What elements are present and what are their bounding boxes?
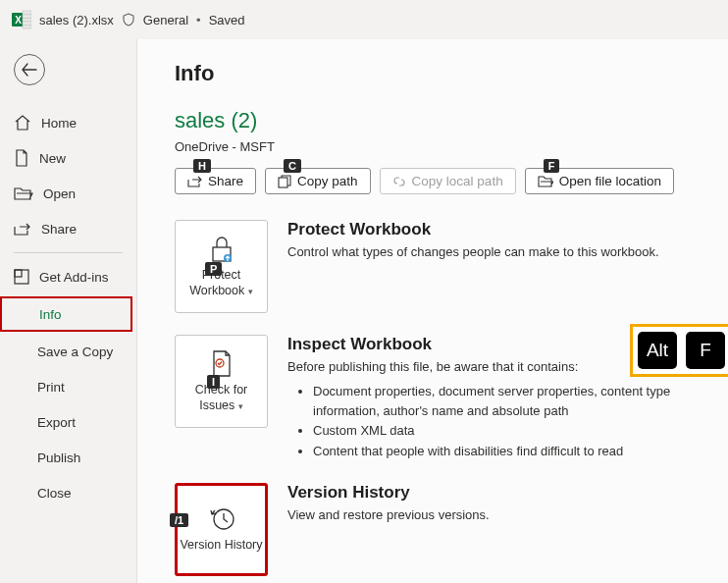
nav-new[interactable]: New — [0, 140, 136, 176]
keytip: F — [544, 159, 560, 173]
keytip: /1 — [170, 513, 188, 527]
nav-home[interactable]: Home — [0, 105, 136, 140]
copy-local-path-button: Copy local path — [380, 168, 516, 194]
version-history-button[interactable]: /1 Version History — [175, 483, 268, 576]
shield-icon — [122, 13, 135, 26]
inspect-item: Document properties, document server pro… — [313, 382, 718, 421]
nav-label: Publish — [37, 450, 80, 465]
inspect-item: Custom XML data — [313, 421, 718, 441]
nav-share[interactable]: Share — [0, 211, 136, 246]
nav-addins[interactable]: Get Add-ins — [0, 259, 136, 294]
btn-label: Share — [208, 174, 243, 188]
share-button[interactable]: H Share — [175, 168, 256, 194]
svg-rect-9 — [279, 178, 287, 187]
btn-label: Copy local path — [412, 174, 503, 188]
key-alt: Alt — [638, 332, 677, 369]
nav-label: Export — [37, 415, 76, 430]
protect-desc: Control what types of changes people can… — [287, 243, 718, 261]
keytip: C — [284, 159, 301, 173]
nav-print[interactable]: Print — [0, 369, 136, 404]
chevron-down-icon: ▾ — [248, 287, 253, 296]
nav-label: Share — [41, 222, 77, 237]
btn-label: Version History — [180, 538, 262, 554]
key-f: F — [686, 332, 725, 369]
protect-workbook-button[interactable]: P Protect Workbook ▾ — [175, 220, 268, 313]
keytip: H — [193, 159, 211, 173]
svg-rect-3 — [23, 18, 31, 19]
copy-path-button[interactable]: C Copy path — [265, 168, 371, 194]
svg-rect-4 — [23, 22, 31, 23]
history-icon — [207, 504, 236, 534]
check-issues-button[interactable]: I Check for Issues ▾ — [175, 335, 268, 428]
svg-rect-8 — [15, 270, 22, 277]
nav-open[interactable]: Open — [0, 176, 136, 211]
nav-save-copy[interactable]: Save a Copy — [0, 334, 136, 369]
keytip: P — [205, 262, 222, 276]
nav-publish[interactable]: Publish — [0, 440, 136, 475]
info-content: Info sales (2) OneDrive - MSFT H Share C… — [137, 39, 728, 583]
btn-label: Copy path — [297, 174, 358, 188]
nav-label: Print — [37, 380, 65, 395]
file-location: OneDrive - MSFT — [175, 139, 718, 154]
nav-divider — [14, 252, 123, 253]
keytip: I — [207, 375, 220, 389]
svg-rect-2 — [23, 15, 31, 16]
backstage-sidebar: Home New Open Share Get Add-ins Info Sav… — [0, 39, 137, 583]
version-title: Version History — [287, 483, 718, 503]
version-desc: View and restore previous versions. — [287, 506, 718, 524]
file-name: sales (2).xlsx — [39, 13, 114, 27]
chevron-down-icon: ▾ — [238, 401, 243, 411]
lock-icon — [209, 235, 234, 264]
sensitivity-label: General — [143, 13, 188, 27]
nav-label: New — [39, 151, 66, 166]
inspect-item: Content that people with disabilities fi… — [313, 442, 718, 461]
page-title: Info — [175, 61, 718, 86]
back-button[interactable] — [14, 54, 45, 85]
dot-separator: • — [196, 13, 201, 27]
nav-label: Home — [41, 116, 77, 131]
nav-label: Info — [39, 307, 62, 322]
nav-export[interactable]: Export — [0, 404, 136, 440]
open-file-location-button[interactable]: F Open file location — [525, 168, 674, 194]
excel-app-icon: X — [12, 10, 31, 29]
save-status: Saved — [209, 13, 245, 27]
nav-label: Open — [43, 186, 76, 201]
keyboard-shortcut-callout: Alt F I — [630, 324, 728, 377]
nav-label: Get Add-ins — [39, 270, 109, 285]
svg-rect-5 — [23, 25, 31, 26]
nav-info[interactable]: Info — [0, 296, 132, 332]
btn-label: Open file location — [559, 174, 661, 188]
file-title: sales (2) — [175, 108, 718, 133]
nav-label: Save a Copy — [37, 344, 113, 359]
protect-title: Protect Workbook — [287, 220, 718, 239]
svg-text:X: X — [15, 15, 22, 26]
svg-rect-1 — [23, 11, 31, 28]
nav-label: Close — [37, 486, 72, 501]
nav-close[interactable]: Close — [0, 475, 136, 510]
